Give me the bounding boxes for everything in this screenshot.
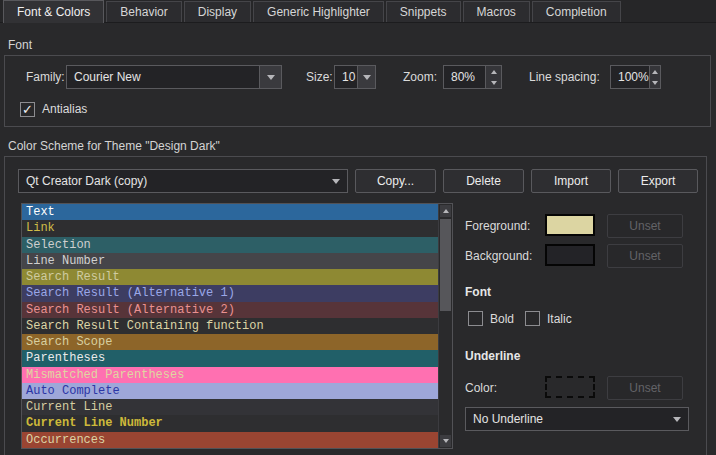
font-group-title: Font <box>8 38 32 52</box>
scheme-item[interactable]: Selection <box>22 237 438 253</box>
scheme-item[interactable]: Search Result <box>22 269 438 285</box>
color-scheme-combo[interactable]: Qt Creator Dark (copy) <box>18 169 348 193</box>
chevron-down-icon <box>666 417 688 422</box>
background-unset-button[interactable]: Unset <box>607 244 683 268</box>
scheme-list: TextLinkSelectionLine NumberSearch Resul… <box>21 203 453 449</box>
family-label: Family: <box>26 65 65 89</box>
chevron-down-icon[interactable] <box>259 66 281 88</box>
foreground-unset-button[interactable]: Unset <box>607 214 683 238</box>
copy-button[interactable]: Copy... <box>355 169 436 193</box>
scheme-item[interactable]: Line Number <box>22 253 438 269</box>
spinner-down-icon[interactable] <box>650 77 660 88</box>
scheme-item[interactable]: Current Line Number <box>22 415 438 431</box>
scheme-item[interactable]: Search Result (Alternative 2) <box>22 302 438 318</box>
bold-checkbox[interactable] <box>468 311 483 326</box>
zoom-value: 80% <box>444 70 485 84</box>
color-scheme-group-title: Color Scheme for Theme "Design Dark" <box>8 139 220 153</box>
underline-color-label: Color: <box>465 376 497 400</box>
font-family-combo[interactable]: Courier New <box>66 65 282 89</box>
line-spacing-label: Line spacing: <box>529 65 600 89</box>
scheme-item[interactable]: Occurrences <box>22 432 438 448</box>
underline-unset-button[interactable]: Unset <box>607 376 683 400</box>
line-spacing-spinbox[interactable]: 100% <box>610 65 661 89</box>
zoom-label: Zoom: <box>403 65 437 89</box>
tab-font-colors[interactable]: Font & Colors <box>3 0 104 23</box>
scheme-item[interactable]: Text <box>22 204 438 220</box>
tab-behavior[interactable]: Behavior <box>106 1 181 22</box>
foreground-color-swatch[interactable] <box>545 214 595 236</box>
line-spacing-value: 100% <box>611 70 649 84</box>
underline-style-combo[interactable]: No Underline <box>465 407 689 431</box>
settings-tabbar: Font & Colors Behavior Display Generic H… <box>0 0 716 23</box>
tab-display[interactable]: Display <box>184 1 251 22</box>
scheme-item[interactable]: Search Scope <box>22 334 438 350</box>
underline-style-value: No Underline <box>466 412 666 426</box>
font-family-value: Courier New <box>67 70 259 84</box>
underline-title: Underline <box>465 349 520 363</box>
font-size-combo[interactable]: 10 <box>334 65 376 89</box>
background-color-swatch[interactable] <box>545 244 595 266</box>
scroll-down-icon[interactable] <box>440 435 451 447</box>
scheme-list-rows: TextLinkSelectionLine NumberSearch Resul… <box>22 204 438 448</box>
export-button[interactable]: Export <box>618 169 698 193</box>
tab-generic-highlighter[interactable]: Generic Highlighter <box>253 1 384 22</box>
color-scheme-value: Qt Creator Dark (copy) <box>19 174 325 188</box>
tab-snippets[interactable]: Snippets <box>386 1 461 22</box>
scrollbar-thumb[interactable] <box>440 219 451 311</box>
italic-checkbox[interactable] <box>525 311 540 326</box>
font-detail-title: Font <box>465 285 491 299</box>
scheme-item[interactable]: Search Result Containing function <box>22 318 438 334</box>
bold-label: Bold <box>490 310 514 328</box>
import-button[interactable]: Import <box>531 169 611 193</box>
tab-macros[interactable]: Macros <box>463 1 530 22</box>
underline-color-swatch[interactable] <box>545 376 595 398</box>
antialias-label: Antialias <box>42 100 87 118</box>
scheme-item[interactable]: Auto Complete <box>22 383 438 399</box>
italic-label: Italic <box>547 310 572 328</box>
scheme-item[interactable]: Parentheses <box>22 350 438 366</box>
scheme-list-scrollbar[interactable] <box>438 204 452 448</box>
scroll-up-icon[interactable] <box>440 205 451 217</box>
spinner-up-icon[interactable] <box>486 66 501 77</box>
zoom-spinbox[interactable]: 80% <box>443 65 502 89</box>
scheme-item[interactable]: Link <box>22 220 438 236</box>
scheme-item[interactable]: Search Result (Alternative 1) <box>22 285 438 301</box>
size-label: Size: <box>306 65 333 89</box>
spinner-down-icon[interactable] <box>486 77 501 88</box>
font-size-value: 10 <box>335 70 357 84</box>
scheme-item[interactable]: Current Line <box>22 399 438 415</box>
antialias-checkbox[interactable]: ✓ <box>20 102 35 117</box>
spinner-up-icon[interactable] <box>650 66 660 77</box>
scheme-item[interactable]: Mismatched Parentheses <box>22 367 438 383</box>
foreground-label: Foreground: <box>465 214 530 238</box>
delete-button[interactable]: Delete <box>443 169 524 193</box>
background-label: Background: <box>465 244 532 268</box>
chevron-down-icon[interactable] <box>357 66 375 88</box>
tab-completion[interactable]: Completion <box>532 1 621 22</box>
chevron-down-icon <box>325 179 347 184</box>
